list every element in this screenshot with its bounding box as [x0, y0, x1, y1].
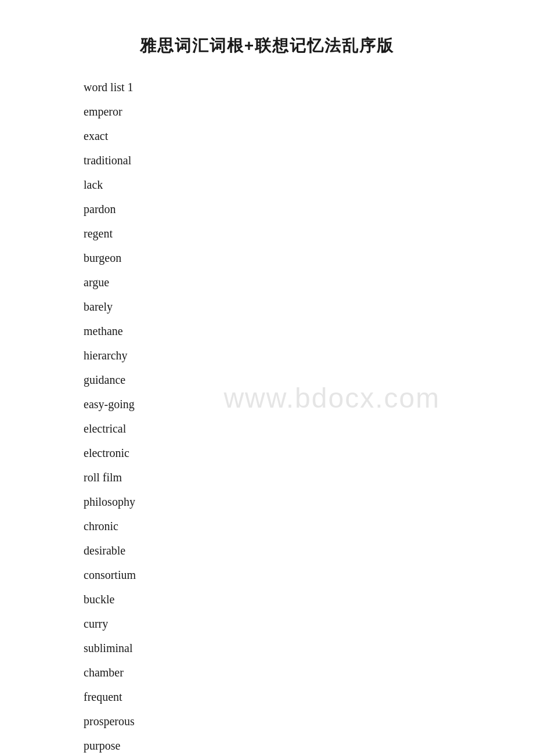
list-item: burgeon	[84, 249, 534, 267]
list-item: emperor	[84, 102, 534, 121]
list-item: regent	[84, 224, 534, 243]
list-item: consortium	[84, 566, 534, 584]
list-item: barely	[84, 297, 534, 316]
list-item: argue	[84, 273, 534, 291]
page-container: www.bdocx.com 雅思词汇词根+联想记忆法乱序版 word list …	[0, 0, 534, 756]
list-item: electronic	[84, 444, 534, 462]
list-item: roll film	[84, 468, 534, 487]
list-item: chronic	[84, 517, 534, 535]
list-item: prosperous	[84, 712, 534, 730]
list-item: subliminal	[84, 639, 534, 657]
word-list: word list 1emperorexacttraditionallackpa…	[0, 78, 534, 756]
list-item: purpose	[84, 736, 534, 755]
list-item: curry	[84, 614, 534, 633]
list-item: chamber	[84, 663, 534, 682]
list-item: pardon	[84, 200, 534, 218]
list-item: methane	[84, 322, 534, 340]
list-item: electrical	[84, 419, 534, 438]
list-item: hierarchy	[84, 346, 534, 365]
page-title: 雅思词汇词根+联想记忆法乱序版	[0, 35, 534, 57]
list-item: guidance	[84, 370, 534, 389]
list-item: frequent	[84, 687, 534, 706]
list-item: word list 1	[84, 78, 534, 96]
list-item: easy-going	[84, 395, 534, 413]
list-item: philosophy	[84, 492, 534, 511]
list-item: traditional	[84, 151, 534, 170]
list-item: buckle	[84, 590, 534, 609]
list-item: desirable	[84, 541, 534, 560]
list-item: exact	[84, 127, 534, 145]
list-item: lack	[84, 175, 534, 194]
